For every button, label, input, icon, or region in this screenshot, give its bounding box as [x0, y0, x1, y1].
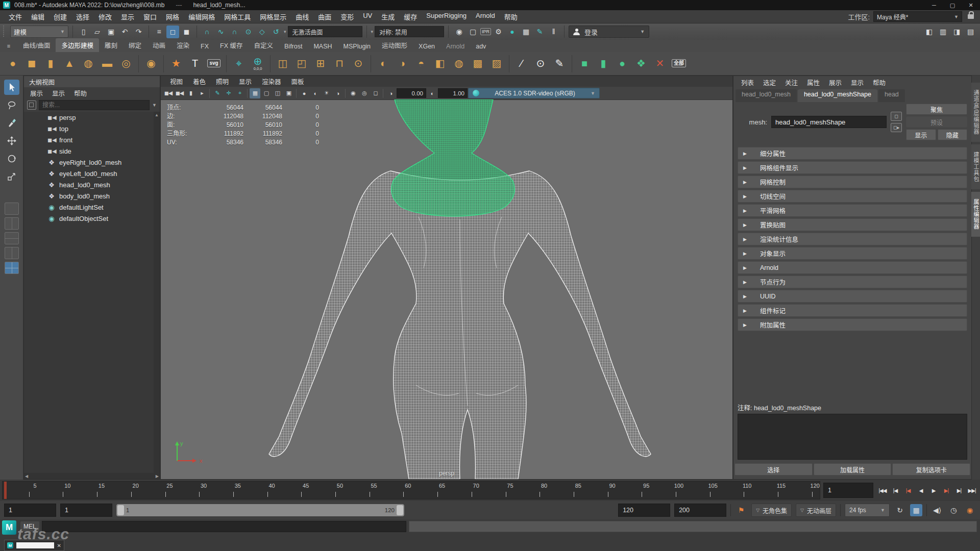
shelf-icon[interactable]: ◍ [450, 55, 468, 73]
ui-toggle-icon[interactable]: ◨ [950, 26, 963, 38]
shelf-icon[interactable]: ▨ [488, 55, 505, 73]
scroll-right-icon[interactable]: ▶ [156, 474, 159, 479]
menu-item[interactable]: SuperRigging [422, 10, 471, 23]
shelf-icon[interactable]: ⊕ 0,0,0 [249, 55, 266, 73]
animation-end-field[interactable]: 200 [674, 504, 726, 517]
shelf-menu-icon[interactable]: ≡ [4, 42, 13, 50]
gamma-field[interactable]: 1.00 [438, 88, 468, 98]
viewport-toolbar-icon[interactable]: ◻ [370, 88, 381, 98]
statusline-icon[interactable]: ≡ [153, 26, 165, 38]
statusline-icon[interactable]: ⊙ [242, 26, 255, 38]
node-name-field[interactable] [771, 116, 887, 128]
viewport-toolbar-icon[interactable] [345, 89, 346, 98]
statusline-icon[interactable]: ◇ [256, 26, 268, 38]
layout-single-pane-button[interactable] [5, 203, 19, 215]
ui-toggle-icon[interactable]: ◧ [923, 26, 936, 38]
attribute-editor-tab[interactable]: head [878, 89, 905, 102]
shelf-icon[interactable]: ◓ [412, 55, 430, 73]
render-icon[interactable]: ▦ [520, 26, 532, 38]
shelf-icon[interactable] [570, 55, 574, 72]
rotate-tool-button[interactable] [4, 151, 19, 166]
menu-item[interactable]: 网格显示 [255, 10, 291, 23]
command-language-button[interactable]: MEL [20, 521, 39, 532]
current-frame-field[interactable]: 1 [823, 483, 873, 498]
attribute-section-header[interactable]: ▶ 置换贴图 [738, 218, 967, 231]
viewport-toolbar-icon[interactable]: ◑ [332, 88, 343, 98]
playback-button[interactable]: |◀◀ [876, 483, 889, 497]
attribute-editor-menu-item[interactable]: 属性 [802, 77, 824, 88]
render-icon[interactable]: IPR [480, 28, 491, 35]
cached-playback-icon[interactable]: ▦ [910, 504, 922, 516]
playback-end-field[interactable]: 120 [618, 504, 670, 517]
viewport-toolbar-icon[interactable]: ◑ [385, 88, 396, 98]
viewport-menu-item[interactable]: 视图 [165, 76, 188, 87]
viewport-toolbar-icon[interactable]: ● [299, 88, 309, 98]
shelf-icon[interactable] [161, 55, 166, 72]
playback-button[interactable]: ▶ [927, 483, 940, 497]
chevron-down-icon[interactable]: ▼ [152, 103, 157, 108]
grip-handle[interactable] [3, 26, 7, 38]
shelf-tab[interactable]: Bifrost [279, 41, 308, 52]
shelf-icon[interactable] [268, 55, 273, 72]
statusline-icon[interactable] [149, 26, 149, 38]
menu-item[interactable]: UV [358, 10, 377, 23]
shelf-icon[interactable]: ✎ [551, 55, 568, 73]
chevron-down-icon[interactable]: ▾ [371, 29, 374, 34]
scroll-up-icon[interactable]: ▲ [154, 112, 160, 117]
shelf-icon[interactable]: ⊓ [331, 55, 348, 73]
statusline-icon[interactable]: ▱ [91, 26, 104, 38]
command-input[interactable] [42, 521, 406, 532]
sidebar-vertical-tab[interactable]: 属性编辑器 [971, 192, 980, 237]
attribute-section-header[interactable]: ▶ 节点行为 [738, 276, 967, 288]
taskbar-preview-window[interactable]: M ✕ [4, 540, 64, 551]
menu-item[interactable]: 窗口 [139, 10, 161, 23]
scale-tool-button[interactable] [4, 169, 19, 184]
viewport-toolbar-icon[interactable]: ◉ [348, 88, 358, 98]
shelf-icon[interactable]: ◼ [23, 55, 40, 73]
shelf-icon[interactable]: ● [4, 55, 21, 73]
ui-toggle-icon[interactable]: ▤ [964, 26, 977, 38]
outliner-horizontal-scrollbar[interactable]: ◀ ▶ [24, 473, 160, 479]
outliner-item[interactable]: ❖ body_lod0_mesh [24, 190, 160, 202]
viewport-toolbar-icon[interactable] [296, 89, 297, 98]
outliner-menu-item[interactable]: 帮助 [70, 87, 91, 99]
viewport-canvas[interactable]: 顶点: 56044 56044 0 边: 112048 112048 0 面: … [161, 99, 732, 479]
outliner-menu-item[interactable]: 展示 [26, 87, 47, 99]
statusline-icon[interactable]: ↶ [118, 26, 131, 38]
shelf-tab[interactable]: FX [195, 41, 214, 52]
animation-preferences-icon[interactable]: ◷ [947, 504, 960, 516]
shelf-tab[interactable]: MSPlugin [338, 41, 377, 52]
statusline-icon[interactable]: ▯ [77, 26, 90, 38]
outliner-item[interactable]: ◼◀ side [24, 145, 160, 157]
shelf-icon[interactable]: ■ [576, 55, 593, 73]
hide-button[interactable]: 隐藏 [938, 129, 968, 140]
show-button[interactable]: 显示 [906, 129, 936, 140]
viewport-toolbar-icon[interactable]: ▮ [185, 88, 196, 98]
outliner-menu-item[interactable]: 显示 [48, 87, 69, 99]
attribute-editor-menu-item[interactable]: 帮助 [868, 77, 890, 88]
viewport-toolbar-icon[interactable]: ◼◀ [163, 88, 174, 98]
shelf-icon[interactable]: ◧ [431, 55, 449, 73]
next-node-icon[interactable]: ◻▸ [891, 123, 902, 132]
shelf-icon[interactable]: ▩ [469, 55, 486, 73]
shelf-icon[interactable]: ◫ [274, 55, 291, 73]
attribute-section-header[interactable]: ▶ 切线空间 [738, 190, 967, 203]
playback-button[interactable]: ▶| [940, 483, 952, 497]
attribute-section-header[interactable]: ▶ 平滑网格 [738, 204, 967, 217]
shelf-icon[interactable]: ⊙ [350, 55, 367, 73]
shelf-icon[interactable] [507, 55, 511, 72]
shelf-icon[interactable]: ★ [167, 55, 185, 73]
layout-three-pane-button[interactable] [5, 247, 19, 259]
render-icon[interactable]: ✎ [533, 26, 546, 38]
workspace-dropdown[interactable]: Maya 经典* ▼ [873, 11, 962, 22]
window-button[interactable]: ✕ [962, 0, 980, 10]
layout-two-pane-stacked-button[interactable] [5, 232, 19, 244]
playback-button[interactable]: ◀ [915, 483, 927, 497]
menu-item[interactable]: 修改 [94, 10, 116, 23]
shelf-tab[interactable]: Arnold [440, 41, 470, 52]
shelf-icon[interactable]: ◰ [293, 55, 310, 73]
shelf-icon[interactable] [136, 55, 141, 72]
sidebar-vertical-tab[interactable]: 建模工具包 [971, 144, 980, 189]
menu-item[interactable]: 生成 [377, 10, 399, 23]
lock-icon[interactable] [968, 14, 974, 19]
